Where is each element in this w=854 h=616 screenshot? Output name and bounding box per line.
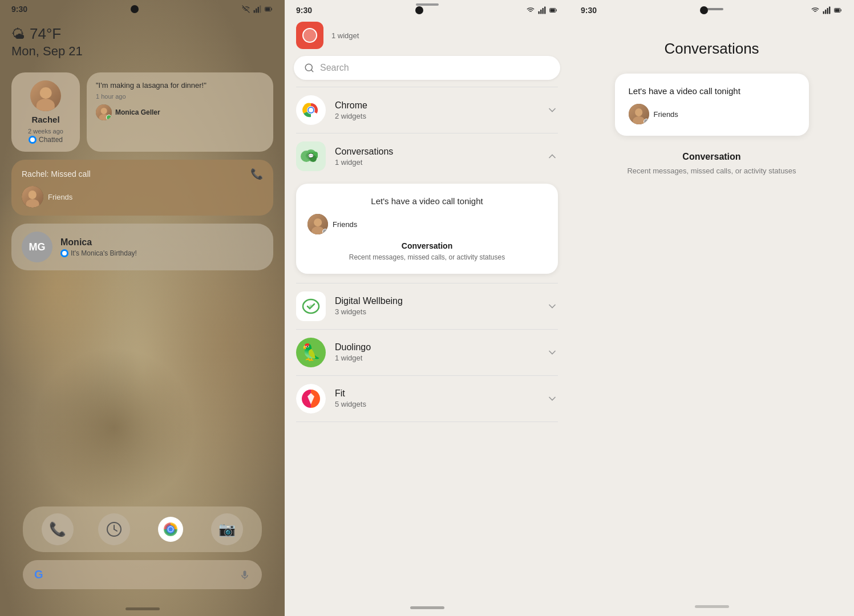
widget-picker-panel: 9:30 1 widget Search — [285, 0, 569, 616]
conversations-icon-svg: 💬 — [296, 141, 326, 171]
search-container: Search — [285, 51, 569, 87]
svg-point-14 — [168, 527, 173, 532]
detail-contact-avatar — [629, 104, 649, 124]
weather-widget: 🌤 74°F Mon, Sep 21 — [11, 25, 273, 59]
status-icons-detail — [811, 6, 843, 14]
svg-rect-18 — [544, 7, 545, 14]
svg-rect-38 — [829, 7, 830, 14]
svg-text:💬: 💬 — [308, 153, 314, 159]
google-search-bar[interactable]: G — [23, 560, 262, 589]
weather-date: Mon, Sep 21 — [11, 44, 273, 59]
detail-widget-card[interactable]: Let's have a video call tonight Friends — [615, 74, 809, 136]
dock-camera-button[interactable]: 📷 — [211, 513, 243, 545]
picker-item-duolingo[interactable]: 🦜 Duolingo 1 widget — [285, 330, 569, 375]
dw-item-info: Digital Wellbeing 3 widgets — [335, 296, 537, 316]
search-box[interactable]: Search — [294, 56, 560, 80]
picker-item-conversations[interactable]: 💬 Conversations 1 widget — [285, 133, 569, 179]
picker-item-chrome[interactable]: Chrome 2 widgets — [285, 87, 569, 133]
svg-line-8 — [114, 529, 117, 531]
divider-6 — [296, 422, 558, 422]
detail-content-area: Conversations Let's have a video call to… — [569, 17, 854, 605]
status-bar-detail: 9:30 — [569, 0, 854, 17]
conversations-app-icon: 💬 — [296, 141, 326, 171]
monica-small-avatar — [96, 104, 112, 120]
widgets-row-top: Rachel 2 weeks ago Chatted "I'm making a… — [11, 72, 273, 152]
rachel-action: Chatted — [29, 136, 63, 144]
camera-cutout-picker — [415, 6, 423, 14]
conversations-chevron-icon — [547, 151, 558, 162]
chrome-item-name: Chrome — [335, 100, 537, 111]
picker-scroll-area[interactable]: 1 widget Search — [285, 17, 569, 606]
wifi-icon-picker — [526, 6, 535, 14]
camera-cutout-home — [131, 5, 139, 13]
digital-wellbeing-icon — [296, 291, 326, 321]
wifi-icon — [241, 5, 250, 13]
chrome-app-icon — [296, 95, 326, 125]
status-time-home: 9:30 — [11, 5, 27, 14]
picker-top-peek: 1 widget — [285, 17, 569, 51]
dock-clock-button[interactable] — [98, 513, 130, 545]
svg-point-21 — [303, 29, 317, 42]
conv-status-dot — [322, 229, 328, 234]
status-time-picker: 9:30 — [296, 6, 312, 15]
conv-desc-title: Conversation — [307, 241, 547, 250]
peek-widget-count: 1 widget — [331, 31, 359, 40]
battery-icon — [264, 5, 273, 13]
svg-rect-40 — [835, 9, 839, 11]
detail-contact-name: Friends — [654, 110, 678, 119]
message-widget[interactable]: "I'm making a lasagna for dinner!" 1 hou… — [87, 72, 273, 152]
picker-item-digital-wellbeing[interactable]: Digital Wellbeing 3 widgets — [285, 283, 569, 329]
dock-phone-button[interactable]: 📞 — [42, 513, 74, 545]
monica-widget[interactable]: MG Monica It's Monica's Birthday! — [11, 224, 273, 270]
chrome-icon-svg — [296, 95, 326, 125]
picker-home-indicator — [410, 606, 444, 609]
duolingo-item-count: 1 widget — [335, 354, 537, 362]
svg-rect-3 — [260, 6, 261, 13]
duolingo-chevron-icon — [547, 347, 558, 358]
conversations-section: 💬 Conversations 1 widget Let's have a vi… — [285, 133, 569, 274]
picker-item-fit[interactable]: Fit 5 widgets — [285, 376, 569, 422]
svg-point-33 — [309, 305, 313, 308]
clock-icon — [106, 521, 122, 537]
signal-icon-detail — [822, 6, 831, 14]
dock-area: 📞 — [11, 506, 273, 598]
rachel-meta: 2 weeks ago Chatted — [28, 128, 63, 144]
group-avatar — [22, 186, 43, 208]
conv-description: Conversation Recent messages, missed cal… — [307, 241, 547, 262]
missed-call-widget[interactable]: Rachel: Missed call 📞 Friends — [11, 160, 273, 216]
monica-avatar-circle: MG — [22, 232, 52, 262]
missed-call-title: Rachel: Missed call — [22, 169, 91, 179]
dw-chevron-icon — [547, 301, 558, 312]
status-bar-picker: 9:30 — [285, 0, 569, 17]
fit-item-info: Fit 5 widgets — [335, 388, 537, 408]
search-input-picker[interactable]: Search — [320, 63, 349, 73]
detail-description-block: Conversation Recent messages, missed cal… — [627, 152, 796, 177]
weather-temp: 🌤 74°F — [11, 25, 273, 43]
microphone-icon[interactable] — [239, 569, 250, 581]
message-quote: "I'm making a lasagna for dinner!" — [96, 80, 264, 91]
svg-rect-1 — [256, 9, 257, 13]
rachel-avatar — [30, 80, 61, 111]
dock-chrome-button[interactable] — [155, 513, 187, 545]
dw-item-count: 3 widgets — [335, 307, 537, 316]
group-avatar-img — [22, 186, 43, 208]
fit-chevron-icon — [547, 393, 558, 404]
sender-name: Monica Geller — [115, 108, 160, 116]
svg-rect-2 — [258, 7, 259, 13]
svg-rect-20 — [550, 9, 555, 11]
svg-rect-0 — [254, 10, 255, 13]
wifi-icon-detail — [811, 6, 820, 14]
dw-icon-svg — [299, 295, 322, 318]
conv-contact-name: Friends — [333, 220, 357, 229]
status-icons-home — [241, 5, 273, 13]
svg-rect-16 — [540, 10, 541, 14]
conversations-widget-preview[interactable]: Let's have a video call tonight Friends … — [296, 184, 558, 274]
monica-messenger-icon — [60, 249, 68, 257]
chrome-logo-icon — [158, 517, 183, 542]
svg-point-26 — [309, 108, 313, 112]
conv-widget-message: Let's have a video call tonight — [307, 195, 547, 207]
weather-icon: 🌤 — [11, 26, 25, 42]
rachel-contact-widget[interactable]: Rachel 2 weeks ago Chatted — [11, 72, 80, 152]
duolingo-icon: 🦜 — [296, 338, 326, 367]
chrome-item-info: Chrome 2 widgets — [335, 100, 537, 120]
